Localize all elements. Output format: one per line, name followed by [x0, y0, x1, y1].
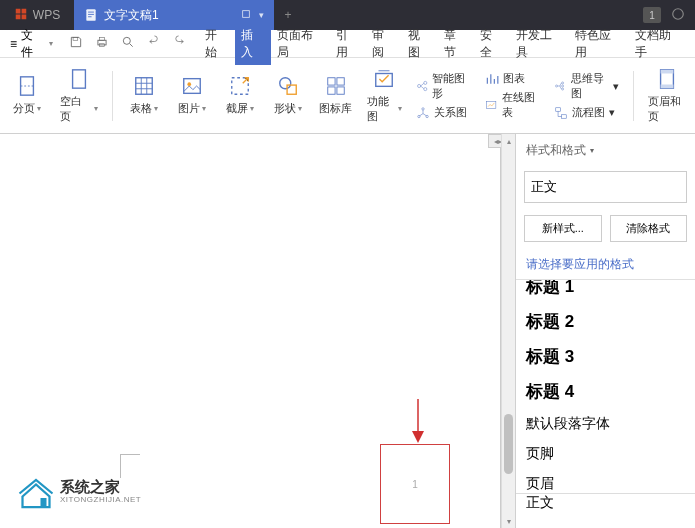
undo-icon[interactable] [147, 35, 161, 52]
print-icon[interactable] [95, 35, 109, 52]
watermark-url: XITONGZHIJIA.NET [60, 496, 141, 505]
page-thumbnail[interactable]: 1 [380, 444, 450, 524]
panel-hint: 请选择要应用的格式 [516, 250, 695, 279]
menu-tab-4[interactable]: 审阅 [366, 23, 402, 65]
menu-tab-6[interactable]: 章节 [438, 23, 474, 65]
watermark: 系统之家 XITONGZHIJIA.NET [18, 474, 141, 510]
svg-rect-10 [136, 78, 153, 95]
menu-tab-7[interactable]: 安全 [474, 23, 510, 65]
doc-icon [84, 8, 98, 22]
wps-label: WPS [33, 8, 60, 22]
style-item[interactable]: 标题 4 [516, 374, 695, 409]
menu-tab-5[interactable]: 视图 [402, 23, 438, 65]
menu-tab-8[interactable]: 开发工具 [510, 23, 570, 65]
image-button[interactable]: 图片▾ [175, 75, 209, 116]
svg-rect-4 [98, 40, 106, 45]
svg-point-22 [423, 81, 426, 84]
workspace: ◂▸ 1 系统之家 XITONGZHIJIA.NET ▴ ▾ 样式和格式▾ 正文… [0, 134, 695, 528]
svg-rect-36 [661, 84, 674, 88]
svg-point-24 [422, 107, 424, 109]
svg-point-28 [556, 85, 558, 87]
svg-rect-1 [243, 11, 250, 18]
svg-point-30 [562, 85, 564, 87]
vertical-scrollbar[interactable]: ▴ ▾ [501, 134, 515, 528]
new-style-button[interactable]: 新样式... [524, 215, 602, 242]
scroll-down-icon[interactable]: ▾ [502, 514, 515, 528]
file-menu[interactable]: ≡ 文件 ▾ [6, 25, 57, 63]
scroll-up-icon[interactable]: ▴ [502, 134, 515, 148]
menu-tabs: 开始插入页面布局引用审阅视图章节安全开发工具特色应用文档助手 [199, 23, 689, 65]
relation-button[interactable]: 关系图 [416, 105, 471, 120]
svg-point-2 [673, 8, 684, 19]
flowchart-button[interactable]: 流程图▾ [554, 105, 618, 120]
skin-icon[interactable] [671, 7, 685, 24]
notification-badge[interactable]: 1 [643, 7, 661, 23]
svg-rect-19 [337, 87, 344, 94]
svg-rect-15 [287, 85, 296, 94]
ribbon: 分页▾ 空白页▾ 表格▾ 图片▾ 截屏▾ 形状▾ 图标库 功能图▾ 智能图形 关… [0, 58, 695, 134]
watermark-title: 系统之家 [60, 479, 141, 496]
headerfooter-button[interactable]: 页眉和页 [648, 68, 687, 124]
panel-title[interactable]: 样式和格式▾ [516, 134, 695, 167]
new-tab-button[interactable]: + [274, 8, 302, 22]
document-area[interactable]: ◂▸ 1 系统之家 XITONGZHIJIA.NET [0, 134, 501, 528]
preview-icon[interactable] [121, 35, 135, 52]
svg-point-29 [562, 82, 564, 84]
menu-tab-2[interactable]: 页面布局 [271, 23, 331, 65]
styles-panel: 样式和格式▾ 正文 新样式... 清除格式 请选择要应用的格式 标题 1标题 2… [515, 134, 695, 528]
svg-rect-9 [73, 69, 86, 87]
menu-tab-1[interactable]: 插入 [235, 23, 271, 65]
current-style-display[interactable]: 正文 [524, 171, 687, 203]
svg-point-7 [123, 37, 130, 44]
svg-rect-0 [86, 9, 95, 21]
menu-tab-0[interactable]: 开始 [199, 23, 235, 65]
scroll-thumb[interactable] [504, 414, 513, 474]
style-list: 标题 1标题 2标题 3标题 4默认段落字体页脚页眉正文 [516, 279, 695, 528]
tab-menu-icon[interactable]: ▾ [259, 10, 264, 20]
clear-format-button[interactable]: 清除格式 [610, 215, 688, 242]
paging-button[interactable]: 分页▾ [8, 75, 46, 116]
svg-rect-27 [487, 101, 496, 108]
svg-point-31 [562, 88, 564, 90]
svg-rect-16 [328, 78, 335, 85]
style-item[interactable]: 页脚 [516, 439, 695, 469]
style-item[interactable]: 正文 [516, 493, 695, 518]
tab-title: 文字文稿1 [104, 7, 159, 24]
smartart-button[interactable]: 智能图形 [416, 71, 471, 101]
tab-sync-icon[interactable] [241, 8, 251, 22]
svg-rect-35 [661, 69, 674, 73]
svg-rect-11 [184, 79, 201, 94]
svg-rect-8 [21, 77, 34, 95]
svg-rect-32 [556, 107, 561, 111]
table-button[interactable]: 表格▾ [127, 75, 161, 116]
onlinechart-button[interactable]: 在线图表 [485, 90, 540, 120]
screenshot-button[interactable]: 截屏▾ [223, 75, 257, 116]
iconlib-button[interactable]: 图标库 [319, 75, 353, 116]
svg-point-21 [417, 84, 420, 87]
menu-tab-9[interactable]: 特色应用 [569, 23, 629, 65]
menubar: ≡ 文件 ▾ 开始插入页面布局引用审阅视图章节安全开发工具特色应用文档助手 [0, 30, 695, 58]
style-item[interactable]: 标题 3 [516, 339, 695, 374]
svg-rect-38 [41, 498, 47, 507]
save-icon[interactable] [69, 35, 83, 52]
svg-point-23 [423, 88, 426, 91]
menu-tab-10[interactable]: 文档助手 [629, 23, 689, 65]
blankpage-button[interactable]: 空白页▾ [60, 68, 98, 124]
style-item[interactable]: 默认段落字体 [516, 409, 695, 439]
svg-rect-33 [562, 114, 567, 118]
menu-tab-3[interactable]: 引用 [330, 23, 366, 65]
chart-button[interactable]: 图表 [485, 71, 540, 86]
style-item[interactable]: 标题 1 [516, 279, 695, 304]
redo-icon[interactable] [173, 35, 187, 52]
shape-button[interactable]: 形状▾ [271, 75, 305, 116]
svg-point-14 [280, 78, 291, 89]
mindmap-button[interactable]: 思维导图▾ [554, 71, 618, 101]
arrow-annotation-icon [408, 399, 428, 445]
wps-logo-icon [14, 7, 28, 24]
watermark-logo-icon [18, 474, 54, 510]
hamburger-icon: ≡ [10, 37, 17, 51]
style-item[interactable]: 标题 2 [516, 304, 695, 339]
svg-rect-18 [328, 87, 335, 94]
svg-rect-17 [337, 78, 344, 85]
funcimg-button[interactable]: 功能图▾ [367, 68, 402, 124]
